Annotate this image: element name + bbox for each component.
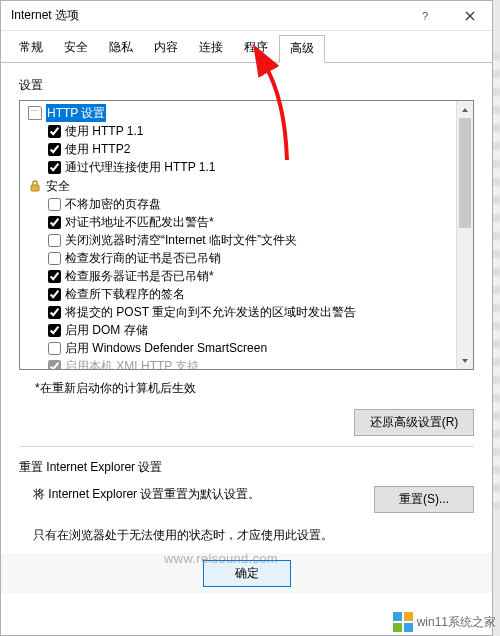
restore-advanced-button[interactable]: 还原高级设置(R) [354, 409, 474, 436]
checkbox[interactable] [48, 324, 61, 337]
setting-item[interactable]: 启用 DOM 存储 [28, 321, 473, 339]
restart-footnote: *在重新启动你的计算机后生效 [35, 380, 474, 397]
watermark: win11系统之家 [393, 612, 496, 632]
settings-tree[interactable]: HTTP 设置 使用 HTTP 1.1 使用 HTTP2 通过代理连接使用 HT… [19, 100, 474, 370]
setting-label: 检查发行商的证书是否已吊销 [65, 249, 221, 267]
setting-item[interactable]: 关闭浏览器时清空“Internet 临时文件”文件夹 [28, 231, 473, 249]
checkbox[interactable] [48, 360, 61, 371]
checkbox[interactable] [48, 216, 61, 229]
tab-advanced[interactable]: 高级 [279, 35, 325, 63]
category-http[interactable]: HTTP 设置 [28, 104, 473, 122]
vertical-scrollbar[interactable] [456, 101, 473, 369]
checkbox[interactable] [48, 306, 61, 319]
svg-rect-1 [31, 185, 39, 191]
checkbox[interactable] [48, 125, 61, 138]
settings-group-label: 设置 [19, 77, 474, 94]
tab-general[interactable]: 常规 [9, 35, 53, 63]
window-title: Internet 选项 [11, 7, 79, 24]
checkbox[interactable] [48, 161, 61, 174]
checkbox[interactable] [48, 234, 61, 247]
category-label: 安全 [46, 177, 70, 195]
checkbox[interactable] [48, 288, 61, 301]
setting-label: 启用本机 XMLHTTP 支持 [65, 357, 199, 370]
setting-label: 将提交的 POST 重定向到不允许发送的区域时发出警告 [65, 303, 356, 321]
setting-item[interactable]: 将提交的 POST 重定向到不允许发送的区域时发出警告 [28, 303, 473, 321]
setting-item[interactable]: 使用 HTTP 1.1 [28, 122, 473, 140]
setting-item[interactable]: 启用本机 XMLHTTP 支持 [28, 357, 473, 370]
watermark-text: win11系统之家 [417, 614, 496, 631]
tab-connections[interactable]: 连接 [189, 35, 233, 63]
setting-item[interactable]: 检查服务器证书是否已吊销* [28, 267, 473, 285]
internet-options-dialog: Internet 选项 ? 常规 安全 隐私 内容 连接 程序 高级 设置 HT… [0, 0, 493, 636]
tab-content-area: 设置 HTTP 设置 使用 HTTP 1.1 使用 HTTP2 通过代理连接使 [1, 63, 492, 554]
divider [19, 446, 474, 447]
setting-label: 检查所下载程序的签名 [65, 285, 185, 303]
lock-icon [28, 179, 42, 193]
setting-item[interactable]: 对证书地址不匹配发出警告* [28, 213, 473, 231]
checkbox[interactable] [48, 198, 61, 211]
tab-privacy[interactable]: 隐私 [99, 35, 143, 63]
svg-text:?: ? [422, 11, 428, 21]
setting-item[interactable]: 启用 Windows Defender SmartScreen [28, 339, 473, 357]
scroll-down-button[interactable] [457, 352, 473, 369]
setting-item[interactable]: 检查发行商的证书是否已吊销 [28, 249, 473, 267]
setting-label: 通过代理连接使用 HTTP 1.1 [65, 158, 215, 176]
close-button[interactable] [447, 1, 492, 31]
tab-content[interactable]: 内容 [144, 35, 188, 63]
category-security[interactable]: 安全 [28, 177, 473, 195]
setting-label: 对证书地址不匹配发出警告* [65, 213, 214, 231]
setting-item[interactable]: 通过代理连接使用 HTTP 1.1 [28, 158, 473, 176]
page-icon [28, 106, 42, 120]
tab-programs[interactable]: 程序 [234, 35, 278, 63]
reset-note: 只有在浏览器处于无法使用的状态时，才应使用此设置。 [33, 527, 474, 544]
setting-item[interactable]: 不将加密的页存盘 [28, 195, 473, 213]
tabstrip: 常规 安全 隐私 内容 连接 程序 高级 [1, 31, 492, 63]
scroll-thumb[interactable] [459, 118, 471, 228]
setting-label: 启用 DOM 存储 [65, 321, 148, 339]
checkbox[interactable] [48, 252, 61, 265]
checkbox[interactable] [48, 143, 61, 156]
reset-button[interactable]: 重置(S)... [374, 486, 474, 513]
category-label: HTTP 设置 [46, 104, 106, 122]
checkbox[interactable] [48, 342, 61, 355]
reset-description: 将 Internet Explorer 设置重置为默认设置。 [33, 486, 260, 503]
setting-label: 启用 Windows Defender SmartScreen [65, 339, 267, 357]
checkbox[interactable] [48, 270, 61, 283]
setting-item[interactable]: 使用 HTTP2 [28, 140, 473, 158]
scroll-up-button[interactable] [457, 101, 473, 118]
tab-security[interactable]: 安全 [54, 35, 98, 63]
titlebar: Internet 选项 ? [1, 1, 492, 31]
help-button[interactable]: ? [402, 1, 447, 31]
setting-label: 使用 HTTP2 [65, 140, 130, 158]
setting-label: 使用 HTTP 1.1 [65, 122, 143, 140]
setting-item[interactable]: 检查所下载程序的签名 [28, 285, 473, 303]
watermark-logo-icon [393, 612, 413, 632]
setting-label: 不将加密的页存盘 [65, 195, 161, 213]
settings-tree-inner: HTTP 设置 使用 HTTP 1.1 使用 HTTP2 通过代理连接使用 HT… [20, 101, 473, 370]
setting-label: 关闭浏览器时清空“Internet 临时文件”文件夹 [65, 231, 297, 249]
watermark-url: www.relsound.com [164, 551, 278, 566]
scroll-track[interactable] [457, 118, 473, 352]
setting-label: 检查服务器证书是否已吊销* [65, 267, 214, 285]
reset-section-label: 重置 Internet Explorer 设置 [19, 459, 474, 476]
